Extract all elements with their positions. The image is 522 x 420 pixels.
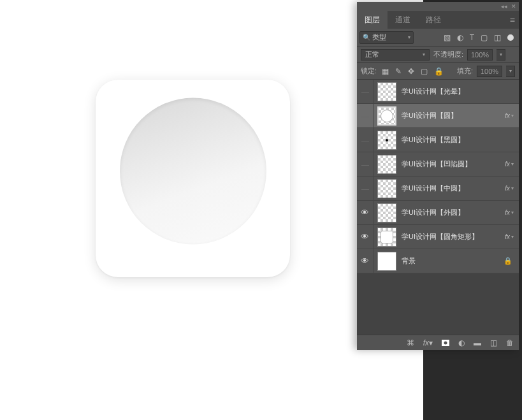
tab-layers[interactable]: 图层 — [357, 11, 388, 29]
lock-label: 锁定: — [361, 66, 377, 76]
visibility-toggle[interactable]: 👁 — [357, 225, 373, 249]
visibility-toggle[interactable]: 👁 — [357, 249, 373, 273]
layers-list: 学UI设计网【光晕】学UI设计网【圆】fx▾学UI设计网【黑圆】学UI设计网【凹… — [357, 80, 519, 273]
eye-icon: 👁 — [361, 232, 369, 242]
panel-titlebar: ◂◂ ✕ — [357, 2, 519, 11]
layer-thumbnail[interactable] — [377, 179, 396, 198]
layer-name-label[interactable]: 学UI设计网【黑圆】 — [402, 135, 516, 145]
chevron-down-icon[interactable]: ▾ — [511, 210, 514, 215]
lock-pixels-icon[interactable]: ✎ — [395, 67, 402, 76]
fx-badge[interactable]: fx — [505, 112, 510, 119]
layer-name-label[interactable]: 学UI设计网【圆角矩形】 — [402, 232, 505, 242]
opacity-label: 不透明度: — [433, 50, 463, 59]
layer-thumbnail[interactable] — [377, 228, 396, 247]
fx-badge[interactable]: fx — [505, 185, 510, 192]
adjustment-layer-icon[interactable]: ◐ — [458, 338, 465, 347]
tab-channels[interactable]: 通道 — [388, 11, 418, 29]
layer-thumbnail[interactable] — [377, 106, 396, 126]
layer-name-label[interactable]: 学UI设计网【圆】 — [402, 111, 505, 120]
layer-thumbnail[interactable] — [377, 203, 396, 222]
layers-panel: ◂◂ ✕ 图层 通道 路径 ≡ 🔍 类型 ▾ ▧ ◐ T ▢ ◫ 正常 ▾ 不透… — [357, 2, 519, 350]
visibility-toggle[interactable] — [357, 177, 373, 200]
layer-thumbnail[interactable] — [377, 131, 396, 150]
blend-mode-select[interactable]: 正常 ▾ — [361, 49, 430, 61]
panel-menu-icon[interactable]: ≡ — [510, 15, 515, 25]
fill-input[interactable]: 100% — [477, 66, 502, 77]
fill-chevron[interactable]: ▾ — [506, 66, 515, 77]
filter-toggle-switch[interactable] — [507, 34, 514, 41]
layer-row[interactable]: 👁背景🔒 — [357, 249, 519, 273]
layer-row[interactable]: 学UI设计网【中圆】fx▾ — [357, 177, 519, 201]
layer-row[interactable]: 学UI设计网【黑圆】 — [357, 128, 519, 152]
layer-thumbnail[interactable] — [377, 252, 396, 271]
tab-paths[interactable]: 路径 — [418, 11, 449, 29]
lock-row: 锁定: ▦ ✎ ✥ ▢ 🔒 填充: 100% ▾ — [357, 63, 519, 80]
hidden-indicator — [361, 139, 369, 141]
fx-badge[interactable]: fx — [505, 209, 510, 216]
delete-icon[interactable]: 🗑 — [506, 338, 514, 347]
layer-row[interactable]: 👁学UI设计网【圆角矩形】fx▾ — [357, 225, 519, 249]
lock-position-icon[interactable]: ✥ — [408, 67, 414, 76]
panel-bottom-bar: ⌘ fx▾ ◐ ▬ ◫ 🗑 — [357, 335, 519, 350]
add-mask-icon[interactable] — [442, 340, 449, 346]
filter-pixel-icon[interactable]: ▧ — [444, 33, 451, 42]
lock-all-icon[interactable]: 🔒 — [434, 67, 444, 76]
canvas-area[interactable] — [0, 0, 357, 420]
search-icon: 🔍 — [363, 34, 370, 41]
filter-adjustment-icon[interactable]: ◐ — [457, 33, 463, 42]
fill-label: 填充: — [457, 66, 473, 76]
chevron-down-icon: ▾ — [408, 34, 410, 40]
filter-shape-icon[interactable]: ▢ — [481, 33, 488, 42]
layers-empty-area[interactable] — [357, 273, 519, 335]
layer-row[interactable]: 👁学UI设计网【外圆】fx▾ — [357, 201, 519, 225]
chevron-down-icon[interactable]: ▾ — [511, 185, 514, 191]
layer-thumbnail[interactable] — [377, 82, 396, 101]
blend-row: 正常 ▾ 不透明度: 100% ▾ — [357, 47, 519, 63]
lock-artboard-icon[interactable]: ▢ — [421, 67, 428, 76]
hidden-indicator — [361, 163, 369, 166]
eye-icon: 👁 — [361, 208, 369, 217]
layer-name-label[interactable]: 背景 — [402, 256, 504, 266]
layer-style-icon[interactable]: fx▾ — [423, 338, 433, 347]
lock-icon[interactable]: 🔒 — [504, 257, 512, 265]
collapse-icon[interactable]: ◂◂ — [501, 3, 507, 10]
fx-badge[interactable]: fx — [505, 233, 510, 240]
chevron-down-icon: ▾ — [423, 52, 425, 57]
visibility-toggle[interactable] — [357, 104, 373, 127]
chevron-down-icon[interactable]: ▾ — [511, 113, 514, 119]
chevron-down-icon[interactable]: ▾ — [511, 161, 514, 167]
kind-label: 类型 — [372, 33, 407, 42]
fx-badge[interactable]: fx — [505, 161, 510, 168]
lock-transparency-icon[interactable]: ▦ — [382, 67, 389, 76]
hidden-indicator — [361, 91, 369, 93]
new-layer-icon[interactable]: ◫ — [490, 338, 497, 347]
layer-thumbnail[interactable] — [377, 155, 396, 174]
visibility-toggle[interactable] — [357, 152, 373, 176]
kind-select[interactable]: 🔍 类型 ▾ — [359, 31, 414, 44]
close-icon[interactable]: ✕ — [511, 3, 516, 10]
opacity-chevron[interactable]: ▾ — [497, 49, 505, 61]
artwork-circle — [120, 98, 266, 245]
visibility-toggle[interactable] — [357, 80, 373, 103]
group-icon[interactable]: ▬ — [474, 338, 481, 347]
layer-row[interactable]: 学UI设计网【光晕】 — [357, 80, 519, 104]
visibility-toggle[interactable] — [357, 128, 373, 152]
opacity-input[interactable]: 100% — [467, 49, 493, 61]
hidden-indicator — [361, 115, 369, 117]
hidden-indicator — [361, 187, 369, 190]
layer-name-label[interactable]: 学UI设计网【中圆】 — [402, 184, 505, 193]
layer-name-label[interactable]: 学UI设计网【凹陷圆】 — [402, 159, 505, 169]
eye-icon: 👁 — [361, 256, 369, 266]
layer-row[interactable]: 学UI设计网【凹陷圆】fx▾ — [357, 152, 519, 177]
filter-type-icon[interactable]: T — [470, 33, 474, 42]
panel-tabs: 图层 通道 路径 ≡ — [357, 11, 519, 29]
filter-smartobject-icon[interactable]: ◫ — [494, 33, 501, 42]
blend-mode-value: 正常 — [365, 50, 379, 59]
layer-name-label[interactable]: 学UI设计网【光晕】 — [402, 87, 516, 96]
chevron-down-icon[interactable]: ▾ — [511, 234, 514, 240]
visibility-toggle[interactable]: 👁 — [357, 201, 373, 224]
layer-filter-row: 🔍 类型 ▾ ▧ ◐ T ▢ ◫ — [357, 29, 519, 47]
link-layers-icon[interactable]: ⌘ — [407, 338, 414, 347]
layer-row[interactable]: 学UI设计网【圆】fx▾ — [357, 104, 519, 128]
layer-name-label[interactable]: 学UI设计网【外圆】 — [402, 208, 505, 217]
